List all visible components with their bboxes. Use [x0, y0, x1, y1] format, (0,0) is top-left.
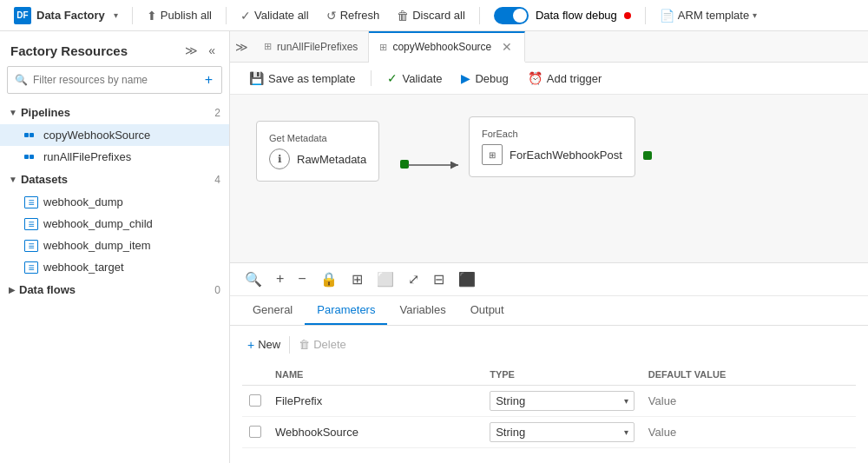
get-metadata-node[interactable]: Get Metadata ℹ RawMetadata: [256, 121, 379, 182]
tab-icon-1: ⊞: [264, 41, 272, 52]
col-name-header: NAME: [268, 364, 483, 386]
pipeline-item-label-1: copyWebhookSource: [43, 129, 150, 142]
expand-tool[interactable]: ⬜: [372, 268, 398, 290]
node1-body: ℹ RawMetadata: [269, 149, 366, 169]
select-tool[interactable]: ⤢: [404, 268, 424, 290]
pipeline-icon-2: [24, 155, 38, 159]
sidebar-item-runAllFilePrefixes[interactable]: runAllFilePrefixes: [0, 146, 229, 168]
save-as-template-button[interactable]: 💾 Save as template: [240, 68, 364, 89]
debug-icon: ▶: [461, 71, 470, 85]
dataflows-section-header[interactable]: ▶ Data flows 0: [0, 278, 229, 301]
dataset-icon-2: ≡: [24, 218, 38, 230]
fit-tool[interactable]: ⊞: [347, 268, 367, 290]
debug-toggle-container: Data flow debug: [487, 7, 638, 24]
tab-output[interactable]: Output: [458, 296, 516, 325]
pipeline-canvas[interactable]: Get Metadata ℹ RawMetadata ForEach ⊞ For…: [230, 95, 868, 263]
tab-variables[interactable]: Variables: [387, 296, 457, 325]
publish-button[interactable]: ⬆ Publish all: [140, 5, 219, 26]
sidebar-item-webhook-target[interactable]: ≡ webhook_target: [0, 256, 229, 278]
validate-button[interactable]: ✓ Validate: [378, 68, 450, 89]
validate-all-button[interactable]: ✓ Validate all: [233, 5, 316, 26]
tab-variables-label: Variables: [399, 303, 445, 316]
param-checkbox-2[interactable]: [249, 426, 261, 438]
type-caret-2: ▾: [624, 427, 628, 437]
tab-close-button[interactable]: ✕: [500, 40, 514, 54]
tab-general[interactable]: General: [240, 296, 305, 325]
pipelines-section-header[interactable]: ▼ Pipelines 2: [0, 101, 229, 124]
data-factory-logo[interactable]: DF Data Factory ▾: [7, 3, 125, 28]
node1-name: RawMetadata: [297, 153, 366, 166]
sidebar-title: Factory Resources: [10, 43, 128, 58]
grid-tool[interactable]: ⊟: [429, 268, 449, 290]
sidebar-item-webhook-dump[interactable]: ≡ webhook_dump: [0, 191, 229, 213]
param-type-select-1[interactable]: String ▾: [490, 391, 635, 411]
logo-caret: ▾: [114, 10, 118, 20]
action-sep: [289, 336, 290, 354]
divider-4: [645, 7, 646, 24]
tab-runAllFilePrefixes[interactable]: ⊞ runAllFilePrefixes: [253, 31, 369, 62]
sidebar-item-webhook-dump-item[interactable]: ≡ webhook_dump_item: [0, 235, 229, 256]
trigger-icon: ⏰: [528, 71, 542, 85]
add-trigger-button[interactable]: ⏰ Add trigger: [519, 68, 611, 89]
dataflows-label: Data flows: [19, 283, 214, 296]
refresh-button[interactable]: ↺ Refresh: [319, 5, 387, 26]
delete-param-button[interactable]: 🗑 Delete: [293, 334, 352, 354]
param-name-input-1[interactable]: [275, 394, 476, 407]
refresh-label: Refresh: [340, 9, 380, 22]
arm-caret: ▾: [753, 10, 757, 20]
param-default-input-2[interactable]: [648, 426, 849, 439]
node1-icon: ℹ: [269, 149, 290, 169]
sidebar-item-webhook-dump-child[interactable]: ≡ webhook_dump_child: [0, 213, 229, 235]
lock-tool[interactable]: 🔒: [316, 268, 342, 290]
tab-icon-2: ⊞: [379, 42, 387, 53]
params-table: NAME TYPE DEFAULT VALUE String: [242, 364, 856, 448]
param-name-input-2[interactable]: [275, 426, 476, 439]
sidebar-controls: ≫ «: [181, 42, 219, 59]
save-template-label: Save as template: [268, 72, 355, 85]
validate-icon: ✓: [240, 9, 251, 23]
sidebar-expand-button[interactable]: ≫: [181, 42, 201, 59]
param-type-value-1: String: [496, 394, 525, 407]
param-row-1: String ▾: [242, 385, 856, 416]
tab-copyWebhookSource[interactable]: ⊞ copyWebhookSource ✕: [369, 31, 525, 63]
zoom-search-tool[interactable]: 🔍: [240, 268, 266, 290]
tab-parameters[interactable]: Parameters: [305, 296, 387, 325]
debug-toggle[interactable]: [494, 7, 529, 24]
discard-button[interactable]: 🗑 Discard all: [390, 5, 472, 26]
tab-bar: ≫ ⊞ runAllFilePrefixes ⊞ copyWebhookSour…: [230, 31, 868, 63]
node2-body: ⊞ ForEachWebhookPost: [482, 144, 622, 165]
connector-right-2: [643, 151, 652, 160]
save-template-icon: 💾: [249, 71, 264, 85]
param-type-select-2[interactable]: String ▾: [490, 422, 635, 442]
delete-icon: 🗑: [299, 338, 310, 351]
col-checkbox: [242, 364, 268, 386]
zoom-in-tool[interactable]: +: [272, 268, 288, 289]
node1-header: Get Metadata: [269, 133, 327, 143]
debug-button[interactable]: ▶ Debug: [452, 68, 516, 89]
sidebar-collapse-btn[interactable]: ≫: [230, 31, 253, 62]
node2-icon: ⊞: [482, 144, 503, 165]
arrow-svg: [399, 155, 469, 175]
params-actions: + New 🗑 Delete: [242, 334, 856, 355]
new-param-button[interactable]: + New: [242, 334, 286, 355]
arm-template-button[interactable]: 📄 ARM template ▾: [653, 5, 764, 26]
canvas-toolbar: 💾 Save as template ✓ Validate ▶ Debug ⏰ …: [230, 63, 868, 95]
search-input[interactable]: [33, 74, 198, 86]
datasets-count: 4: [214, 174, 220, 186]
foreach-node[interactable]: ForEach ⊞ ForEachWebhookPost: [469, 116, 635, 177]
debug-status-dot: [624, 12, 631, 19]
sidebar-item-copyWebhookSource[interactable]: copyWebhookSource: [0, 124, 229, 146]
bottom-panel: General Parameters Variables Output + Ne…: [230, 296, 868, 464]
datasets-section-header[interactable]: ▼ Datasets 4: [0, 168, 229, 191]
search-icon: 🔍: [15, 74, 28, 86]
param-type-value-2: String: [496, 426, 525, 439]
sidebar-collapse-button[interactable]: «: [205, 42, 219, 59]
layout-tool[interactable]: ⬛: [454, 268, 480, 290]
pipeline-icon-1: [24, 133, 38, 137]
param-checkbox-1[interactable]: [249, 394, 261, 407]
add-resource-button[interactable]: +: [203, 70, 214, 89]
param-default-input-1[interactable]: [648, 394, 849, 407]
zoom-out-tool[interactable]: −: [293, 268, 310, 289]
discard-label: Discard all: [412, 9, 465, 22]
dataset-icon-1: ≡: [24, 196, 38, 208]
